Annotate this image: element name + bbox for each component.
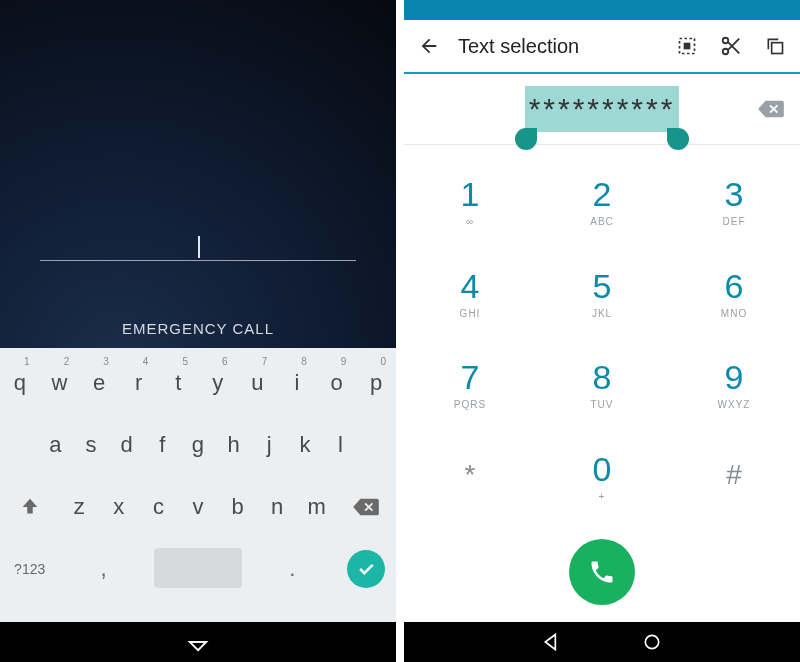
dial-key-5[interactable]: 5JKL bbox=[536, 247, 668, 339]
dial-key-1[interactable]: 1∞ bbox=[404, 155, 536, 247]
key-n[interactable]: n bbox=[257, 476, 297, 538]
key-c[interactable]: c bbox=[139, 476, 179, 538]
select-all-icon[interactable] bbox=[672, 31, 702, 61]
key-y[interactable]: y6 bbox=[198, 352, 238, 414]
symbols-key[interactable]: ?123 bbox=[0, 538, 59, 600]
key-g[interactable]: g bbox=[180, 414, 216, 476]
cut-icon[interactable] bbox=[716, 31, 746, 61]
dial-input-row: ********** bbox=[404, 74, 800, 144]
dial-key-8[interactable]: 8TUV bbox=[536, 339, 668, 431]
key-j[interactable]: j bbox=[251, 414, 287, 476]
key-x[interactable]: x bbox=[99, 476, 139, 538]
password-cursor[interactable] bbox=[198, 236, 200, 258]
key-d[interactable]: d bbox=[109, 414, 145, 476]
nav-bar bbox=[0, 622, 396, 662]
nav-home-icon[interactable] bbox=[642, 632, 662, 652]
nav-bar bbox=[404, 622, 800, 662]
dial-key-#[interactable]: # bbox=[668, 430, 800, 522]
svg-rect-4 bbox=[772, 43, 783, 54]
text-selection-toolbar: Text selection bbox=[404, 20, 800, 74]
backspace-key[interactable] bbox=[337, 476, 396, 538]
dial-key-4[interactable]: 4GHI bbox=[404, 247, 536, 339]
comma-key[interactable]: , bbox=[59, 538, 147, 600]
key-m[interactable]: m bbox=[297, 476, 337, 538]
key-v[interactable]: v bbox=[178, 476, 218, 538]
key-f[interactable]: f bbox=[145, 414, 181, 476]
emergency-call-button[interactable]: EMERGENCY CALL bbox=[0, 320, 396, 337]
nav-back-icon[interactable] bbox=[158, 631, 238, 653]
dialer-screen: Text selection ********** 1∞2ABC3DEF4GHI… bbox=[404, 0, 800, 662]
dial-key-7[interactable]: 7PQRS bbox=[404, 339, 536, 431]
svg-rect-1 bbox=[684, 43, 691, 50]
key-o[interactable]: o9 bbox=[317, 352, 357, 414]
dial-pad: 1∞2ABC3DEF4GHI5JKL6MNO7PQRS8TUV9WXYZ*0+# bbox=[404, 144, 800, 522]
nav-back-icon[interactable] bbox=[542, 632, 562, 652]
key-z[interactable]: z bbox=[59, 476, 99, 538]
dial-key-2[interactable]: 2ABC bbox=[536, 155, 668, 247]
key-q[interactable]: q1 bbox=[0, 352, 40, 414]
key-p[interactable]: p0 bbox=[356, 352, 396, 414]
toolbar-title: Text selection bbox=[458, 35, 658, 58]
dial-key-*[interactable]: * bbox=[404, 430, 536, 522]
lockscreen: EMERGENCY CALL q1w2e3r4t5y6u7i8o9p0 asdf… bbox=[0, 0, 396, 662]
key-h[interactable]: h bbox=[216, 414, 252, 476]
password-underline bbox=[40, 260, 356, 261]
key-t[interactable]: t5 bbox=[158, 352, 198, 414]
selection-handle-start[interactable] bbox=[515, 128, 537, 150]
key-e[interactable]: e3 bbox=[79, 352, 119, 414]
space-key[interactable] bbox=[154, 548, 242, 588]
key-r[interactable]: r4 bbox=[119, 352, 159, 414]
key-u[interactable]: u7 bbox=[238, 352, 278, 414]
key-a[interactable]: a bbox=[38, 414, 74, 476]
svg-point-5 bbox=[645, 635, 658, 648]
dial-key-9[interactable]: 9WXYZ bbox=[668, 339, 800, 431]
key-b[interactable]: b bbox=[218, 476, 258, 538]
key-i[interactable]: i8 bbox=[277, 352, 317, 414]
back-icon[interactable] bbox=[414, 31, 444, 61]
enter-key[interactable] bbox=[337, 538, 396, 600]
dial-input-selected-text[interactable]: ********** bbox=[525, 86, 680, 132]
key-s[interactable]: s bbox=[73, 414, 109, 476]
soft-keyboard: q1w2e3r4t5y6u7i8o9p0 asdfghjkl zxcvbnm ?… bbox=[0, 348, 396, 622]
shift-key[interactable] bbox=[0, 476, 59, 538]
period-key[interactable]: . bbox=[248, 538, 336, 600]
key-w[interactable]: w2 bbox=[40, 352, 80, 414]
key-k[interactable]: k bbox=[287, 414, 323, 476]
key-l[interactable]: l bbox=[323, 414, 359, 476]
dial-key-3[interactable]: 3DEF bbox=[668, 155, 800, 247]
call-button[interactable] bbox=[569, 539, 635, 605]
dial-key-0[interactable]: 0+ bbox=[536, 430, 668, 522]
dial-backspace-icon[interactable] bbox=[756, 98, 786, 120]
copy-icon[interactable] bbox=[760, 31, 790, 61]
dial-input-value: ********** bbox=[529, 92, 676, 125]
status-bar bbox=[404, 0, 800, 20]
dial-key-6[interactable]: 6MNO bbox=[668, 247, 800, 339]
